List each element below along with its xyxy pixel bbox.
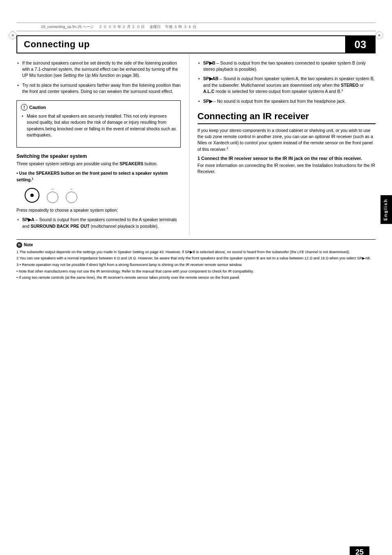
caution-label: Caution — [29, 105, 46, 110]
content-area: If the surround speakers cannot be set d… — [16, 53, 376, 235]
spb-item: SP▶B – Sound is output from the two spea… — [198, 60, 376, 72]
svg-point-1 — [12, 34, 14, 37]
switching-bold-text: • Use the SPEAKERS button on the front p… — [16, 170, 181, 183]
bullet-text-1: If the surround speakers cannot be set d… — [22, 60, 178, 78]
speaker-circle-small-1 — [47, 192, 58, 203]
step1-heading: 1 Connect the IR receiver sensor to the … — [198, 156, 376, 161]
caution-list: Make sure that all speakers are securely… — [21, 113, 176, 138]
caution-icon: ! — [21, 104, 28, 111]
ir-section: Connecting an IR receiver If you keep yo… — [198, 111, 376, 175]
sp-options-list: SP▶A – Sound is output from the speakers… — [16, 217, 181, 229]
step1-heading-text: 1 Connect the IR receiver sensor to the … — [198, 156, 362, 161]
spa-item: SP▶A – Sound is output from the speakers… — [16, 217, 181, 229]
note-header: N Note — [16, 242, 376, 248]
caution-text-1: Make sure that all speakers are securely… — [27, 113, 176, 137]
note-2: 2 You can use speakers with a normal imp… — [16, 256, 376, 261]
caution-title: ! Caution — [21, 104, 176, 111]
speaker-diagram: – – — [25, 187, 181, 203]
note-5: • If using two remote controls (at the s… — [16, 275, 376, 280]
ir-intro-text: If you keep your stereo components in a … — [198, 127, 376, 153]
language-tab: English — [380, 195, 392, 224]
sp-right-list: SP▶B – Sound is output from the two spea… — [198, 60, 376, 104]
corner-decoration-tr — [375, 31, 384, 40]
bullet-item-2: Try not to place the surround speakers f… — [16, 82, 181, 95]
switching-text: Three speaker system settings are possib… — [16, 161, 181, 167]
note-label: Note — [24, 243, 33, 247]
left-column: If the surround speakers cannot be set d… — [16, 53, 189, 235]
footnote-3-ref: 3 — [226, 146, 228, 149]
svg-point-12 — [30, 194, 34, 197]
press-text: Press repeatedly to choose a speaker sys… — [16, 207, 181, 213]
page-header: Connecting up 03 — [16, 35, 376, 53]
spa-text: SP▶A – Sound is output from the speakers… — [22, 217, 177, 228]
page-number: 25 — [350, 546, 369, 555]
note-3: 3 • Remote operation may not be possible… — [16, 262, 376, 268]
speaker-dot-icon — [28, 191, 36, 199]
ir-intro-content: If you keep your stereo components in a … — [198, 128, 373, 152]
header-title-area: Connecting up — [17, 36, 346, 53]
switching-heading: Switching the speaker system — [16, 153, 181, 159]
footnote-2-ref: 2 — [341, 89, 343, 92]
bullet-item-1: If the surround speakers cannot be set d… — [16, 60, 181, 79]
page-container: 03_connecting_up.fm 25 ページ ２ ０ ０ ９ 年 ２ 月… — [0, 23, 392, 555]
switching-text-content: Three speaker system settings are possib… — [16, 161, 158, 166]
caution-box: ! Caution Make sure that all speakers ar… — [16, 100, 181, 148]
chapter-number: 03 — [346, 36, 375, 53]
intro-bullet-list: If the surround speakers cannot be set d… — [16, 60, 181, 95]
page-title: Connecting up — [24, 39, 90, 50]
spab-text: SP▶AB – Sound is output from speaker sys… — [203, 76, 375, 94]
sp-text: SP▶ – No sound is output from the speake… — [203, 99, 346, 104]
footer-notes: N Note 1 The subwoofer output depends on… — [16, 239, 376, 280]
corner-decoration-tl — [8, 31, 17, 40]
footnote-1-ref: 1 — [32, 177, 33, 180]
spb-text: SP▶B – Sound is output from the two spea… — [203, 60, 366, 72]
spab-item: SP▶AB – Sound is output from speaker sys… — [198, 76, 376, 95]
page-number-area: 25 En — [350, 546, 369, 555]
step1-text: For more information on connecting the I… — [198, 162, 376, 175]
note-1: 1 The subwoofer output depends on the se… — [16, 250, 376, 255]
bullet-text-2: Try not to place the surround speakers f… — [22, 83, 180, 94]
svg-point-7 — [378, 34, 380, 37]
speaker-circle-large — [25, 188, 39, 203]
speaker-circle-small-2 — [66, 192, 77, 203]
note-icon: N — [16, 242, 22, 248]
sp-item: SP▶ – No sound is output from the speake… — [198, 98, 376, 104]
note-4: • Note that other manufacturers may not … — [16, 269, 376, 274]
switching-instruction: • Use the SPEAKERS button on the front p… — [16, 171, 168, 182]
right-column: SP▶B – Sound is output from the two spea… — [189, 53, 376, 235]
ir-heading: Connecting an IR receiver — [198, 111, 376, 124]
caution-item-1: Make sure that all speakers are securely… — [21, 113, 176, 138]
file-info-text: 03_connecting_up.fm 25 ページ ２ ０ ０ ９ 年 ２ 月… — [41, 25, 196, 29]
file-info-bar: 03_connecting_up.fm 25 ページ ２ ０ ０ ９ 年 ２ 月… — [16, 23, 376, 31]
